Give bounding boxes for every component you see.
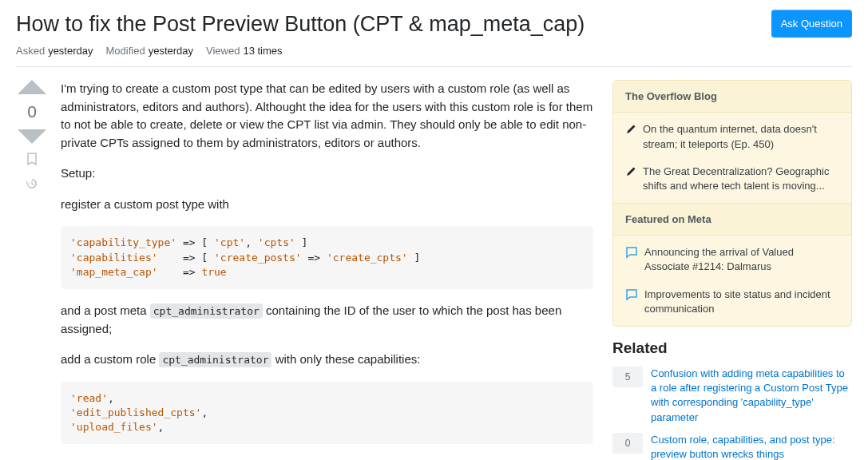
asked-label: Asked: [16, 45, 45, 57]
related-link[interactable]: Custom role, capabilities, and post type…: [651, 433, 852, 460]
blog-item[interactable]: On the quantum internet, data doesn't st…: [613, 116, 851, 157]
sidebar-bulletin: The Overflow Blog On the quantum interne…: [612, 80, 852, 327]
inline-code: cpt_administrator: [150, 303, 263, 319]
viewed-value: 13 times: [243, 45, 282, 57]
speech-bubble-icon: [625, 246, 638, 259]
paragraph: add a custom role cpt_administrator with…: [61, 351, 593, 369]
paragraph: I'm trying to create a custom post type …: [61, 80, 593, 152]
modified-label: Modified: [106, 45, 145, 57]
related-score: 0: [612, 433, 643, 454]
vote-count: 0: [27, 102, 37, 121]
meta-item[interactable]: Improvements to site status and incident…: [613, 281, 851, 323]
related-link[interactable]: Confusion with adding meta capabilities …: [651, 367, 852, 425]
related-header: Related: [612, 339, 852, 357]
asked-value: yesterday: [48, 45, 93, 57]
paragraph: Setup:: [61, 165, 593, 183]
related-score: 5: [612, 367, 643, 387]
history-icon: [25, 176, 39, 191]
blog-item[interactable]: The Great Decentralization? Geographic s…: [613, 158, 851, 200]
upvote-button[interactable]: [18, 80, 46, 94]
related-item: 0 Custom role, capabilities, and post ty…: [612, 433, 852, 460]
bookmark-icon: [25, 152, 39, 166]
page-title: How to fix the Post Preview Button (CPT …: [16, 10, 585, 38]
pencil-icon: [625, 166, 636, 177]
modified-value: yesterday: [149, 45, 193, 57]
related-item: 5 Confusion with adding meta capabilitie…: [612, 367, 852, 425]
paragraph: and a post meta cpt_administrator contai…: [61, 302, 593, 338]
history-button[interactable]: [25, 176, 39, 193]
inline-code: cpt_administrator: [159, 352, 271, 367]
code-block: 'capability_type' => [ 'cpt', 'cpts' ] '…: [61, 226, 593, 289]
vote-controls: 0: [16, 80, 48, 460]
post-body: I'm trying to create a custom post type …: [61, 80, 593, 460]
meta-item[interactable]: Announcing the arrival of Valued Associa…: [613, 239, 851, 280]
pencil-icon: [625, 124, 636, 135]
overflow-blog-header: The Overflow Blog: [613, 81, 851, 113]
featured-meta-header: Featured on Meta: [613, 203, 851, 236]
code-block: 'read', 'edit_published_cpts', 'upload_f…: [61, 382, 593, 445]
ask-question-button[interactable]: Ask Question: [771, 10, 852, 38]
downvote-button[interactable]: [18, 129, 46, 144]
question-meta: Askedyesterday Modifiedyesterday Viewed1…: [16, 38, 852, 67]
paragraph: register a custom post type with: [61, 196, 593, 214]
bookmark-button[interactable]: [25, 152, 39, 169]
viewed-label: Viewed: [206, 45, 240, 57]
speech-bubble-icon: [625, 288, 638, 301]
